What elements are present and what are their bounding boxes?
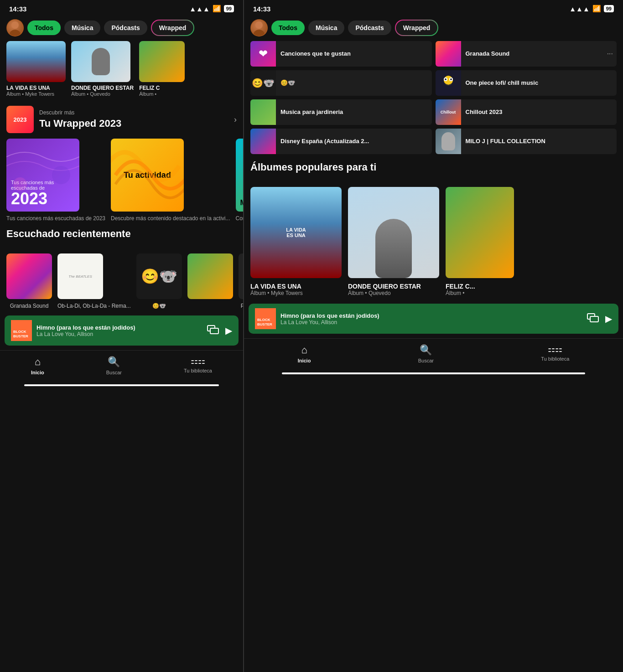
album-card-donde-left[interactable]: DONDE QUIERO ESTAR Álbum • Quevedo xyxy=(71,41,134,97)
tab-podcasts-left[interactable]: Pódcasts xyxy=(104,21,147,35)
tab-podcasts-right[interactable]: Pódcasts xyxy=(348,21,391,35)
svg-point-15 xyxy=(450,78,452,80)
np-artist-left: La La Love You, Allison xyxy=(36,331,202,337)
svg-point-10 xyxy=(254,30,265,36)
recent-cover-non: NoN xyxy=(239,253,243,299)
wrapped-card-activity[interactable]: Tu actividad Descubre más contenido dest… xyxy=(111,139,230,222)
playlist-label-disney: Disney España (Actualizada 2... xyxy=(280,138,432,145)
user-avatar-right[interactable] xyxy=(250,19,268,36)
signal-icon-left: ▲▲▲ xyxy=(189,5,210,13)
recent-cover-emoji: 😊🐨 xyxy=(136,253,182,299)
tab-wrapped-left[interactable]: Wrapped xyxy=(151,20,195,36)
np-device-btn-left[interactable] xyxy=(207,325,219,336)
album-sub-lavida-left: Álbum • Myke Towers xyxy=(6,91,66,97)
tab-musica-left[interactable]: Música xyxy=(64,21,100,35)
album-card-lavida-left[interactable]: LA VIDA ES UNA Álbum • Myke Towers xyxy=(6,41,66,97)
np-cover-right: BLOCK BUSTER xyxy=(255,308,276,329)
nav-buscar-right[interactable]: 🔍 Buscar xyxy=(418,344,434,363)
nav-home-icon-right: ⌂ xyxy=(301,344,307,356)
playlist-heart[interactable]: ❤ Canciones que te gustan xyxy=(250,41,432,67)
recent-lejos[interactable] xyxy=(187,253,233,309)
playlist-chill[interactable]: Chillout Chillout 2023 xyxy=(436,99,617,125)
np-cover-svg-left: BLOCK BUSTER xyxy=(11,320,32,341)
user-avatar-left[interactable] xyxy=(6,19,24,36)
np-play-btn-right[interactable]: ▶ xyxy=(605,313,612,324)
recent-granada[interactable]: Granada Sound xyxy=(6,253,52,309)
album-donde-right[interactable]: DONDE QUIERO ESTAR Álbum • Quevedo xyxy=(348,187,439,296)
status-bar-right: 14:33 ▲▲▲ 📶 99 xyxy=(244,0,623,16)
album-lavida-right[interactable]: LA VIDAES UNA LA VIDA ES UNA Álbum • Myk… xyxy=(250,187,342,296)
donde-silhouette-right xyxy=(375,219,412,278)
recent-beatles[interactable]: The BEATLES Ob-La-Di, Ob-La-Da - Rema... xyxy=(57,253,131,309)
nav-buscar-label-left: Buscar xyxy=(106,370,122,375)
left-screen: 14:33 ▲▲▲ 📶 99 Todos Música Pódcasts Wra… xyxy=(0,0,243,672)
now-playing-right[interactable]: BLOCK BUSTER Himno (para los que están j… xyxy=(249,304,618,334)
recently-section-left: Escuchado recientemente xyxy=(0,228,243,253)
nav-inicio-left[interactable]: ⌂ Inicio xyxy=(31,356,44,375)
wrapped-cards-left[interactable]: Tus canciones más escuchadas de 2023 Tus… xyxy=(0,139,243,228)
recently-title-left: Escuchado recientemente xyxy=(6,228,237,240)
nav-biblioteca-left[interactable]: ⚏⚏ Tu biblioteca xyxy=(184,356,212,375)
np-device-btn-right[interactable] xyxy=(587,313,599,325)
playlist-jardim[interactable]: Musica para jardineria xyxy=(250,99,432,125)
albums-scroll-right[interactable]: LA VIDAES UNA LA VIDA ES UNA Álbum • Myk… xyxy=(244,187,623,304)
nav-library-icon-right: ⚏⚏ xyxy=(548,344,562,354)
now-playing-left[interactable]: BLOCK BUSTER Himno (para los que están j… xyxy=(5,315,239,346)
battery-left: 99 xyxy=(224,5,234,12)
nav-search-icon-right: 🔍 xyxy=(420,344,432,356)
nav-biblioteca-right[interactable]: ⚏⚏ Tu biblioteca xyxy=(541,344,569,363)
album-cover-feliz-right xyxy=(446,187,514,278)
playlist-label-granada: Granada Sound xyxy=(466,50,602,58)
tab-todos-left[interactable]: Todos xyxy=(27,21,61,35)
playlist-disney[interactable]: Disney España (Actualizada 2... xyxy=(250,129,432,154)
albums-title-right: Álbumes populares para ti xyxy=(250,161,617,173)
nav-inicio-right[interactable]: ⌂ Inicio xyxy=(298,344,311,363)
tab-todos-right[interactable]: Todos xyxy=(271,21,305,35)
playlist-dots-granada[interactable]: ··· xyxy=(607,50,617,58)
nav-buscar-label-right: Buscar xyxy=(418,358,434,363)
wrapped-card-mem[interactable]: Me... Con ca... artistas t... xyxy=(236,139,243,222)
top-albums-scroll-left[interactable]: LA VIDA ES UNA Álbum • Myke Towers DONDE… xyxy=(0,41,243,100)
playlist-cover-granada xyxy=(436,41,461,67)
playlist-emoji[interactable]: 😊🐨 😊🐨 xyxy=(250,70,432,96)
album-cover-donde-right xyxy=(348,187,439,278)
recent-non[interactable]: NoN Preghe... By Me) xyxy=(239,253,243,309)
time-right: 14:33 xyxy=(253,5,270,13)
nav-search-icon-left: 🔍 xyxy=(108,356,120,368)
wrapped-card-songs[interactable]: Tus canciones más escuchadas de 2023 Tus… xyxy=(6,139,105,222)
chill-label: Chillout xyxy=(441,110,456,114)
playlist-cover-disney xyxy=(250,129,276,154)
np-cover-svg-right: BLOCK BUSTER xyxy=(255,308,276,329)
album-cover-lavida-right: LA VIDAES UNA xyxy=(250,187,342,278)
album-sub-feliz-left: Álbum • xyxy=(139,91,185,97)
nav-buscar-left[interactable]: 🔍 Buscar xyxy=(106,356,122,375)
tab-wrapped-right[interactable]: Wrapped xyxy=(395,20,439,36)
recently-scroll-left[interactable]: Granada Sound The BEATLES Ob-La-Di, Ob-L… xyxy=(0,253,243,315)
playlist-onepiece[interactable]: One piece lofi/ chill music xyxy=(436,70,617,96)
wifi-icon-left: 📶 xyxy=(213,5,221,13)
album-sub-donde-right: Álbum • Quevedo xyxy=(348,290,439,296)
playlist-milo[interactable]: MILO J | FULL COLLECTION xyxy=(436,129,617,154)
time-left: 14:33 xyxy=(9,5,26,13)
svg-rect-20 xyxy=(590,316,598,322)
tab-musica-right[interactable]: Música xyxy=(308,21,344,35)
svg-text:BLOCK: BLOCK xyxy=(13,330,26,334)
chevron-right-left: › xyxy=(234,115,237,124)
songs-caption: Tus canciones más escuchadas de 2023 xyxy=(6,215,105,222)
wrapped-card-img-activity: Tu actividad xyxy=(111,139,184,212)
wrapped-banner-left[interactable]: 2023 Descubrir más Tu Wrapped 2023 › xyxy=(0,100,243,139)
album-title-lavida-left: LA VIDA ES UNA xyxy=(6,85,66,91)
recent-emoji[interactable]: 😊🐨 😊🐨 xyxy=(136,253,182,309)
playlist-granada[interactable]: Granada Sound ··· xyxy=(436,41,617,67)
wrapped-sub-left: Descubrir más xyxy=(39,109,228,116)
np-play-btn-left[interactable]: ▶ xyxy=(225,325,232,336)
device-icon-right xyxy=(587,313,599,322)
playlist-cover-emoji: 😊🐨 xyxy=(250,70,276,96)
svg-point-3 xyxy=(52,166,70,184)
album-sub-feliz-right: Álbum • xyxy=(446,290,514,296)
album-card-feliz-left[interactable]: FELIZ C Álbum • xyxy=(139,41,185,97)
playlists-grid-right: ❤ Canciones que te gustan Granada Sound … xyxy=(244,41,623,161)
playlist-cover-heart: ❤ xyxy=(250,41,276,67)
album-feliz-right[interactable]: FELIZ C... Álbum • xyxy=(446,187,514,296)
album-title-donde-left: DONDE QUIERO ESTAR xyxy=(71,85,134,91)
